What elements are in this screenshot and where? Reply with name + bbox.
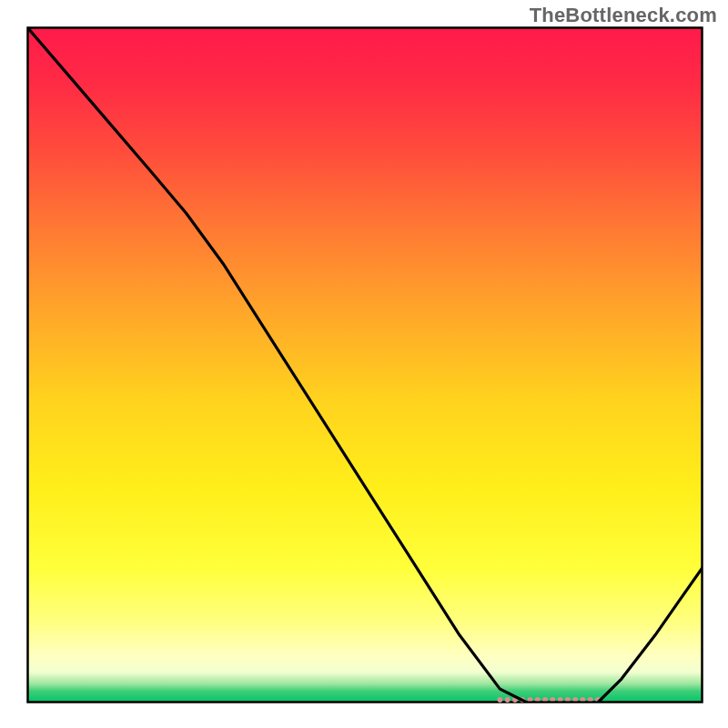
watermark-text: TheBottleneck.com [530,4,717,27]
